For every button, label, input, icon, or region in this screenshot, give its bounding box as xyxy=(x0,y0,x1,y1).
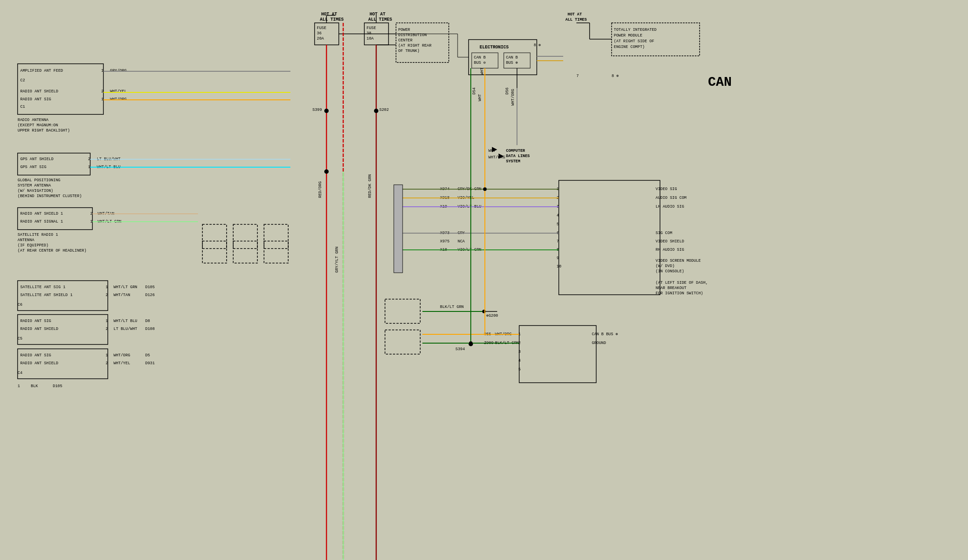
pin2-gps: 2 xyxy=(88,157,90,161)
hot-at-all-times-1: HOT AT xyxy=(321,12,337,17)
x975-label: X975 xyxy=(440,239,450,244)
pin8-label: 8 ⊕ xyxy=(534,43,541,48)
tipm-label3: (AT RIGHT SIDE OF xyxy=(614,39,654,44)
d8-label: D8 xyxy=(145,319,150,323)
pin1-c4: 1 xyxy=(106,353,108,358)
wht-v-label: WHT xyxy=(480,67,484,75)
pin1-c6: 1 xyxy=(106,285,108,289)
wht-tan-c6: WHT/TAN xyxy=(114,293,130,297)
hot-at-all-times-1b: ALL TIMES xyxy=(320,17,344,22)
data-lines-label: DATA LINES xyxy=(506,154,530,158)
pin3-can: 3 xyxy=(518,350,521,354)
tipm-label2: POWER MODULE xyxy=(614,33,642,38)
rh-audio-sig-label: RH AUDIO SIG xyxy=(656,248,684,252)
pin2-c5: 2 xyxy=(106,327,108,331)
c1-label: C1 xyxy=(20,105,25,109)
pin2-sat: 2 xyxy=(90,212,92,216)
vsm-label3: (IN CONSOLE) xyxy=(656,269,684,274)
d5-label: D5 xyxy=(145,353,150,358)
pin1-sat: 1 xyxy=(90,220,92,224)
can-bus-pos-label: CAN B xyxy=(506,55,518,60)
global-pos-label3: (W/ NAVIGATION) xyxy=(18,189,53,193)
d105-label: D105 xyxy=(145,285,155,289)
hot-all-times-tipm: HOT AT xyxy=(568,12,582,17)
ground-label: GROUND xyxy=(592,341,606,345)
sat-radio1-label2: ANTENNA xyxy=(18,238,34,242)
radio-antenna-sub1: (EXCEPT MAGNUM:ON xyxy=(18,123,58,128)
vsm-label1: VIDEO SCREEN MODULE xyxy=(656,259,701,263)
hot-all-times-tipm2: ALL TIMES xyxy=(565,18,587,22)
radio-antenna-label: RADIO ANTENNA xyxy=(18,118,49,122)
audio-sig-com-label: AUDIO SIG COM xyxy=(656,196,686,200)
svg-point-75 xyxy=(469,341,473,345)
pdc-label3: CENTER xyxy=(398,38,413,43)
wht-yel-wire: WHT/YEL xyxy=(110,89,127,94)
fuse-36-amp: 20A xyxy=(317,37,324,41)
hot-at-all-times-2: HOT AT xyxy=(370,12,385,17)
pin1b-radio: 1 xyxy=(101,97,103,102)
radio-ant-shield1-label: RADIO ANT SHIELD 1 xyxy=(20,212,63,216)
gps-ant-shield-label: GPS ANT SHIELD xyxy=(20,157,54,161)
pin7-vsm: 7 xyxy=(557,239,559,244)
pin2-radio: 2 xyxy=(101,89,103,94)
pin4-can: 4 xyxy=(518,359,521,363)
wht-org-c4: WHT/ORG xyxy=(114,353,130,358)
pdc-label4: (AT RIGHT REAR xyxy=(398,44,432,48)
sig-com-label: SIG COM xyxy=(656,231,672,235)
g200-label: ⊕G200 xyxy=(486,314,498,318)
svg-point-49 xyxy=(324,169,329,174)
c4-label: C4 xyxy=(18,371,22,375)
red-dkgrn-v-label: RED/DK GRN xyxy=(368,174,372,198)
can-bus-pos-label2: BUS ⊕ xyxy=(506,61,518,65)
pin7-elec: 7 xyxy=(576,74,579,78)
s202-label: S202 xyxy=(379,108,389,112)
svg-point-74 xyxy=(483,187,487,191)
radio-antenna-sub2: UPPER RIGHT BACKLIGHT) xyxy=(18,128,70,133)
d105b-label: D105 xyxy=(53,384,62,388)
vsm-label2: (W/ DVD) xyxy=(656,264,675,268)
s399-label: S399 xyxy=(312,108,322,112)
wht-label-v: WHT xyxy=(478,94,482,101)
radio-ant-sig-label: RADIO ANT SIG xyxy=(20,97,51,102)
radio-ant-sig-c5-label: RADIO ANT SIG xyxy=(20,319,51,323)
pin1-c5: 1 xyxy=(106,319,108,323)
d108-label: D108 xyxy=(145,327,155,331)
svg-point-46 xyxy=(324,109,329,113)
pdc-label1: POWER xyxy=(398,28,411,32)
global-pos-label1: GLOBAL POSITIONING xyxy=(18,178,60,183)
pin2-c4: 2 xyxy=(106,361,108,366)
electronics-label: ELECTRONICS xyxy=(480,45,509,50)
radio-ant-shield-label: RADIO ANT SHIELD xyxy=(20,89,58,94)
c2-label: C2 xyxy=(20,78,25,83)
hot-at-all-times-2b: ALL TIMES xyxy=(368,17,392,22)
tipm-label4: ENGINE COMPT) xyxy=(614,45,645,49)
gry-ylt-grn-v: GRY/YLT GRN xyxy=(335,247,339,273)
diagram-container: HOT AT ALL TIMES HOT AT ALL TIMES FUSE 3… xyxy=(0,0,968,560)
pin9-vsm: 9 xyxy=(557,256,559,260)
tipm-label1: TOTALLY INTEGRATED xyxy=(614,28,656,32)
gps-ant-sig-label: GPS ANT SIG xyxy=(20,165,46,169)
sat-radio1-label1: SATELLITE RADIO 1 xyxy=(18,233,58,237)
fuse-36-label: FUSE xyxy=(317,26,326,30)
whtorg-label-v: WHT/ORG xyxy=(511,89,515,106)
video-sig-label: VIDEO SIG xyxy=(656,187,677,191)
blk-lt-grn-label: BLK/LT GRN xyxy=(440,305,464,309)
d54-label: D54 xyxy=(472,88,477,95)
svg-point-48 xyxy=(374,109,378,113)
can-bus-neg-label: CAN B xyxy=(474,55,486,60)
can-bus-neg-label2: BUS ⊖ xyxy=(474,61,486,65)
vsm-loc1: (AT LEFT SIDE OF DASH, xyxy=(656,281,708,285)
wht-label-horiz: WHT xyxy=(488,149,496,153)
blk-label: BLK xyxy=(31,384,38,388)
pin1-radio: 1 xyxy=(101,69,103,73)
nca-label: NCA xyxy=(458,239,465,244)
global-pos-label4: (BEHIND INSTRUMENT CLUSTER) xyxy=(18,194,82,198)
pin5-can: 5 xyxy=(518,367,521,372)
wht-lt-blu-c5: WHT/LT BLU xyxy=(114,319,137,323)
radio-ant-shield-c4-label: RADIO ANT SHIELD xyxy=(20,361,58,366)
pin5-vsm: 5 xyxy=(557,222,559,227)
pin10-vsm: 10 xyxy=(557,264,561,269)
wht-yel-c4: WHT/YEL xyxy=(114,361,130,366)
c5-label: C5 xyxy=(18,337,22,341)
d56-label: D56 xyxy=(505,88,510,95)
